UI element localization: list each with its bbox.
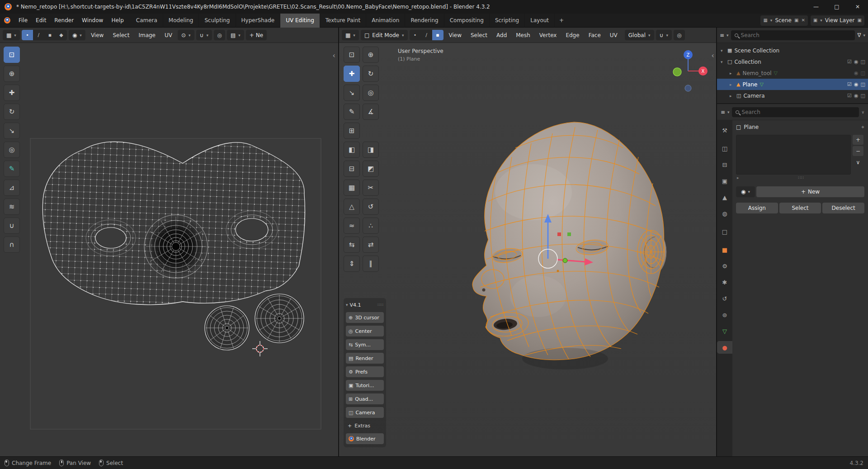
new-scene-icon[interactable]: ▣	[794, 18, 798, 23]
uv-canvas[interactable]: ‹ ⊡ ⊕ ✚ ↻ ↘ ◎ ✎ ⊿ ≋ ∪ ∩	[0, 43, 338, 456]
uv-face-select-button[interactable]: ▪	[44, 30, 56, 40]
remove-slot-button[interactable]: −	[853, 146, 863, 156]
tab-modeling[interactable]: Modeling	[163, 14, 199, 28]
scene-selector[interactable]: ▦ ▾ Scene ▣ ✕	[760, 15, 807, 26]
properties-tab-scene[interactable]: ▲	[717, 191, 732, 204]
unlink-scene-icon[interactable]: ✕	[801, 18, 805, 23]
uv-menu-view[interactable]: View	[87, 28, 107, 43]
camera-visibility-icon[interactable]: ◫	[861, 93, 865, 99]
menu-render[interactable]: Render	[50, 14, 78, 28]
loop-cut-tool[interactable]: ▦	[344, 180, 360, 196]
tab-compositing[interactable]: Compositing	[444, 14, 490, 28]
uv-vertex-select-button[interactable]: •	[22, 30, 33, 40]
shear-tool[interactable]: ∥	[363, 256, 379, 272]
viewport-editor-type-button[interactable]: ▦ ▾	[342, 30, 359, 40]
mode-dropdown[interactable]: □ Edit Mode ▾	[361, 30, 408, 40]
properties-tab-modifiers[interactable]: ⚙	[717, 260, 732, 272]
vertex-select-button[interactable]: •	[410, 30, 421, 40]
tab-rendering[interactable]: Rendering	[405, 14, 444, 28]
camera-visibility-icon[interactable]: ◫	[861, 59, 865, 65]
addon-3d-cursor-button[interactable]: ⊕3D cursor	[346, 312, 384, 323]
properties-tab-constraints[interactable]: ⊚	[717, 308, 732, 321]
exclude-checkbox-icon[interactable]: ☑	[847, 81, 852, 87]
menu-window[interactable]: Window	[78, 14, 107, 28]
vp-menu-add[interactable]: Add	[493, 28, 510, 43]
uv-relax-tool[interactable]: ∩	[4, 237, 20, 253]
add-slot-button[interactable]: +	[853, 135, 863, 145]
add-workspace-button[interactable]: +	[555, 14, 568, 28]
edge-slide-tool[interactable]: ⇆	[344, 237, 360, 253]
extrude-region-tool[interactable]: ◧	[344, 142, 360, 158]
uv-scale-tool[interactable]: ↘	[4, 123, 20, 139]
outliner-row-camera[interactable]: ▸ ◫ Camera ☑ ◉ ◫	[717, 90, 868, 101]
panel-grip-icon[interactable]: ∷∷	[378, 303, 384, 307]
properties-tab-output[interactable]: ⊟	[717, 158, 732, 171]
exclude-checkbox-icon[interactable]: ☑	[847, 59, 852, 65]
uv-rip-tool[interactable]: ⊿	[4, 180, 20, 196]
uv-menu-select[interactable]: Select	[109, 28, 133, 43]
camera-visibility-icon[interactable]: ◫	[861, 70, 865, 76]
slot-specials-button[interactable]: ∨	[853, 157, 863, 167]
addon-render-button[interactable]: ▤Render	[346, 353, 384, 364]
properties-tab-material[interactable]: ●	[717, 341, 732, 354]
uv-image-browse-button[interactable]: ▤ ▾	[227, 30, 244, 40]
deselect-button[interactable]: Deselect	[822, 203, 864, 213]
uv-new-image-button[interactable]: + Ne	[246, 30, 267, 40]
disclosure-icon[interactable]: ▾	[721, 48, 725, 53]
tab-uv-editing[interactable]: UV Editing	[280, 14, 320, 28]
navigation-gizmo[interactable]: Z X	[673, 50, 708, 91]
scale-tool[interactable]: ↘	[344, 85, 360, 101]
properties-tab-object[interactable]: ■	[717, 243, 732, 256]
menu-file[interactable]: File	[14, 14, 32, 28]
poly-build-tool[interactable]: △	[344, 199, 360, 215]
outliner-editor-icon[interactable]: ≡	[720, 33, 724, 38]
maximize-button[interactable]: □	[826, 0, 847, 14]
properties-tab-view-layer[interactable]: ▣	[717, 175, 732, 187]
outliner-row-nemo-tool[interactable]: ▸ ▲ Nemo_tool ▽ ◉ ◫	[717, 67, 868, 79]
menu-help[interactable]: Help	[107, 14, 127, 28]
addon-extras-toggle[interactable]: +Extras	[346, 421, 384, 431]
disclosure-icon[interactable]: ▾	[721, 60, 725, 64]
properties-tab-world[interactable]: ◍	[717, 207, 732, 220]
vp-menu-mesh[interactable]: Mesh	[512, 28, 534, 43]
assign-button[interactable]: Assign	[736, 203, 778, 213]
eye-icon[interactable]: ◉	[854, 81, 859, 87]
properties-tab-particles[interactable]: ✱	[717, 276, 732, 289]
material-slot-list[interactable]	[736, 135, 851, 175]
minimize-button[interactable]: —	[806, 0, 826, 14]
tab-texture-paint[interactable]: Texture Paint	[320, 14, 366, 28]
uv-move-tool[interactable]: ✚	[4, 85, 20, 101]
inset-faces-tool[interactable]: ⊟	[344, 161, 360, 177]
tab-camera[interactable]: Camera	[131, 14, 163, 28]
extrude-normals-tool[interactable]: ◨	[363, 142, 379, 158]
cursor-tool[interactable]: ⊕	[363, 47, 379, 63]
outliner-search[interactable]	[731, 30, 855, 40]
tab-sculpting[interactable]: Sculpting	[199, 14, 236, 28]
tab-scripting[interactable]: Scripting	[490, 14, 525, 28]
smooth-tool[interactable]: ≈	[344, 218, 360, 234]
tab-layout[interactable]: Layout	[525, 14, 555, 28]
uv-editor-type-button[interactable]: ▦ ▾	[3, 30, 20, 40]
properties-tab-tool[interactable]: ⚒	[717, 124, 732, 137]
view-layer-selector[interactable]: ▣ ▾ View Layer ▣	[811, 15, 864, 26]
spin-tool[interactable]: ↺	[363, 199, 379, 215]
properties-editor-icon[interactable]: ≡	[721, 109, 725, 115]
addon-camera-button[interactable]: ◫Camera	[346, 407, 384, 418]
uv-pan-tool[interactable]: ≋	[4, 199, 20, 215]
uv-sticky-select-button[interactable]: ◉ ▾	[69, 30, 85, 40]
eye-icon[interactable]: ◉	[854, 59, 859, 65]
transform-tool[interactable]: ◎	[363, 85, 379, 101]
edge-select-button[interactable]: /	[421, 30, 432, 40]
vp-menu-select[interactable]: Select	[467, 28, 491, 43]
outliner-row-plane[interactable]: ▸ ▲ Plane ▽ ☑ ◉ ◫	[717, 79, 868, 90]
uv-grab-tool[interactable]: ∪	[4, 218, 20, 234]
bevel-tool[interactable]: ◩	[363, 161, 379, 177]
randomize-tool[interactable]: ∴	[363, 218, 379, 234]
select-button[interactable]: Select	[779, 203, 821, 213]
vp-menu-uv[interactable]: UV	[606, 28, 621, 43]
vp-proportional-editing-button[interactable]: ◎	[674, 30, 685, 40]
addon-panel-header[interactable]: ▾ V4.1 ∷∷	[346, 300, 384, 309]
browse-material-button[interactable]: ◉ ▾	[736, 186, 755, 197]
camera-visibility-icon[interactable]: ◫	[861, 81, 865, 87]
vp-menu-vertex[interactable]: Vertex	[536, 28, 561, 43]
